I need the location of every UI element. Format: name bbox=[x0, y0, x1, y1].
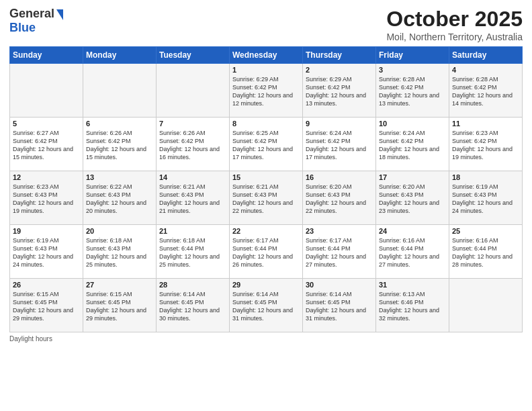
day-info: Sunrise: 6:14 AMSunset: 6:45 PMDaylight:… bbox=[232, 290, 300, 323]
calendar-cell: 17Sunrise: 6:20 AMSunset: 6:43 PMDayligh… bbox=[376, 171, 449, 225]
day-number: 9 bbox=[306, 120, 373, 128]
day-info: Sunrise: 6:22 AMSunset: 6:43 PMDaylight:… bbox=[86, 183, 153, 216]
footer: Daylight hours bbox=[9, 335, 523, 342]
calendar-cell: 1Sunrise: 6:29 AMSunset: 6:42 PMDaylight… bbox=[230, 64, 303, 118]
calendar-cell: 21Sunrise: 6:18 AMSunset: 6:44 PMDayligh… bbox=[157, 225, 230, 279]
calendar-cell: 24Sunrise: 6:16 AMSunset: 6:44 PMDayligh… bbox=[376, 225, 449, 279]
day-number: 10 bbox=[379, 120, 446, 128]
month-title: October 2025 bbox=[386, 7, 523, 32]
logo-triangle-icon bbox=[56, 9, 63, 20]
logo-general: General bbox=[9, 7, 54, 21]
day-info: Sunrise: 6:25 AMSunset: 6:42 PMDaylight:… bbox=[232, 129, 300, 162]
day-number: 23 bbox=[306, 227, 373, 235]
day-info: Sunrise: 6:24 AMSunset: 6:42 PMDaylight:… bbox=[379, 129, 446, 162]
day-info: Sunrise: 6:26 AMSunset: 6:42 PMDaylight:… bbox=[86, 129, 153, 162]
day-number: 6 bbox=[86, 120, 153, 128]
logo-blue: Blue bbox=[9, 21, 36, 35]
day-number: 13 bbox=[86, 173, 153, 181]
weekday-header-tuesday: Tuesday bbox=[157, 47, 230, 64]
calendar-cell: 7Sunrise: 6:26 AMSunset: 6:42 PMDaylight… bbox=[157, 118, 230, 171]
day-number: 2 bbox=[306, 66, 373, 74]
day-info: Sunrise: 6:26 AMSunset: 6:42 PMDaylight:… bbox=[159, 129, 226, 162]
day-number: 28 bbox=[159, 281, 226, 289]
calendar-cell: 28Sunrise: 6:14 AMSunset: 6:45 PMDayligh… bbox=[157, 279, 230, 332]
day-info: Sunrise: 6:20 AMSunset: 6:43 PMDaylight:… bbox=[379, 183, 446, 216]
day-number: 31 bbox=[379, 281, 446, 289]
calendar-cell: 20Sunrise: 6:18 AMSunset: 6:43 PMDayligh… bbox=[83, 225, 157, 279]
day-number: 21 bbox=[159, 227, 226, 235]
weekday-header-friday: Friday bbox=[376, 47, 449, 64]
calendar-cell: 30Sunrise: 6:14 AMSunset: 6:45 PMDayligh… bbox=[303, 279, 376, 332]
calendar-cell bbox=[10, 64, 83, 118]
calendar-cell: 6Sunrise: 6:26 AMSunset: 6:42 PMDaylight… bbox=[83, 118, 157, 171]
calendar-cell: 11Sunrise: 6:23 AMSunset: 6:42 PMDayligh… bbox=[449, 118, 523, 171]
weekday-header-wednesday: Wednesday bbox=[230, 47, 303, 64]
day-number: 22 bbox=[232, 227, 300, 235]
day-number: 8 bbox=[232, 120, 300, 128]
week-row-3: 12Sunrise: 6:23 AMSunset: 6:43 PMDayligh… bbox=[10, 171, 523, 225]
day-number: 30 bbox=[306, 281, 373, 289]
calendar-cell: 3Sunrise: 6:28 AMSunset: 6:42 PMDaylight… bbox=[376, 64, 449, 118]
calendar-cell: 27Sunrise: 6:15 AMSunset: 6:45 PMDayligh… bbox=[83, 279, 157, 332]
day-number: 12 bbox=[13, 173, 80, 181]
day-info: Sunrise: 6:14 AMSunset: 6:45 PMDaylight:… bbox=[159, 290, 226, 323]
calendar-cell: 29Sunrise: 6:14 AMSunset: 6:45 PMDayligh… bbox=[230, 279, 303, 332]
calendar-cell bbox=[157, 64, 230, 118]
day-info: Sunrise: 6:18 AMSunset: 6:44 PMDaylight:… bbox=[159, 236, 226, 269]
day-info: Sunrise: 6:17 AMSunset: 6:44 PMDaylight:… bbox=[306, 236, 373, 269]
calendar-cell: 4Sunrise: 6:28 AMSunset: 6:42 PMDaylight… bbox=[449, 64, 523, 118]
day-info: Sunrise: 6:28 AMSunset: 6:42 PMDaylight:… bbox=[452, 75, 519, 108]
day-number: 3 bbox=[379, 66, 446, 74]
calendar-cell bbox=[83, 64, 157, 118]
day-info: Sunrise: 6:19 AMSunset: 6:43 PMDaylight:… bbox=[13, 236, 80, 269]
day-info: Sunrise: 6:27 AMSunset: 6:42 PMDaylight:… bbox=[13, 129, 80, 162]
day-info: Sunrise: 6:28 AMSunset: 6:42 PMDaylight:… bbox=[379, 75, 446, 108]
calendar-cell: 15Sunrise: 6:21 AMSunset: 6:43 PMDayligh… bbox=[230, 171, 303, 225]
day-info: Sunrise: 6:23 AMSunset: 6:43 PMDaylight:… bbox=[13, 183, 80, 216]
day-info: Sunrise: 6:21 AMSunset: 6:43 PMDaylight:… bbox=[159, 183, 226, 216]
day-number: 1 bbox=[232, 66, 300, 74]
day-number: 16 bbox=[306, 173, 373, 181]
day-number: 18 bbox=[452, 173, 519, 181]
page: General Blue October 2025 Moil, Northern… bbox=[0, 0, 532, 411]
title-area: October 2025 Moil, Northern Territory, A… bbox=[386, 7, 523, 42]
calendar-cell: 10Sunrise: 6:24 AMSunset: 6:42 PMDayligh… bbox=[376, 118, 449, 171]
weekday-header-sunday: Sunday bbox=[10, 47, 83, 64]
daylight-label: Daylight hours bbox=[9, 335, 52, 342]
day-number: 14 bbox=[159, 173, 226, 181]
week-row-5: 26Sunrise: 6:15 AMSunset: 6:45 PMDayligh… bbox=[10, 279, 523, 332]
day-info: Sunrise: 6:16 AMSunset: 6:44 PMDaylight:… bbox=[379, 236, 446, 269]
calendar-cell: 14Sunrise: 6:21 AMSunset: 6:43 PMDayligh… bbox=[157, 171, 230, 225]
day-number: 15 bbox=[232, 173, 300, 181]
week-row-1: 1Sunrise: 6:29 AMSunset: 6:42 PMDaylight… bbox=[10, 64, 523, 118]
calendar-cell: 9Sunrise: 6:24 AMSunset: 6:42 PMDaylight… bbox=[303, 118, 376, 171]
calendar-cell: 18Sunrise: 6:19 AMSunset: 6:43 PMDayligh… bbox=[449, 171, 523, 225]
calendar-cell: 25Sunrise: 6:16 AMSunset: 6:44 PMDayligh… bbox=[449, 225, 523, 279]
day-number: 24 bbox=[379, 227, 446, 235]
day-info: Sunrise: 6:20 AMSunset: 6:43 PMDaylight:… bbox=[306, 183, 373, 216]
calendar-cell: 12Sunrise: 6:23 AMSunset: 6:43 PMDayligh… bbox=[10, 171, 83, 225]
day-number: 17 bbox=[379, 173, 446, 181]
calendar-cell: 2Sunrise: 6:29 AMSunset: 6:42 PMDaylight… bbox=[303, 64, 376, 118]
day-number: 20 bbox=[86, 227, 153, 235]
day-info: Sunrise: 6:29 AMSunset: 6:42 PMDaylight:… bbox=[232, 75, 300, 108]
day-number: 19 bbox=[13, 227, 80, 235]
calendar-cell: 26Sunrise: 6:15 AMSunset: 6:45 PMDayligh… bbox=[10, 279, 83, 332]
day-number: 25 bbox=[452, 227, 519, 235]
day-number: 4 bbox=[452, 66, 519, 74]
week-row-2: 5Sunrise: 6:27 AMSunset: 6:42 PMDaylight… bbox=[10, 118, 523, 171]
calendar: SundayMondayTuesdayWednesdayThursdayFrid… bbox=[9, 46, 523, 332]
day-info: Sunrise: 6:21 AMSunset: 6:43 PMDaylight:… bbox=[232, 183, 300, 216]
day-info: Sunrise: 6:15 AMSunset: 6:45 PMDaylight:… bbox=[13, 290, 80, 323]
day-info: Sunrise: 6:23 AMSunset: 6:42 PMDaylight:… bbox=[452, 129, 519, 162]
weekday-header-monday: Monday bbox=[83, 47, 157, 64]
calendar-cell: 16Sunrise: 6:20 AMSunset: 6:43 PMDayligh… bbox=[303, 171, 376, 225]
logo: General Blue bbox=[9, 7, 63, 35]
day-info: Sunrise: 6:24 AMSunset: 6:42 PMDaylight:… bbox=[306, 129, 373, 162]
day-number: 11 bbox=[452, 120, 519, 128]
day-number: 29 bbox=[232, 281, 300, 289]
calendar-cell: 22Sunrise: 6:17 AMSunset: 6:44 PMDayligh… bbox=[230, 225, 303, 279]
header: General Blue October 2025 Moil, Northern… bbox=[9, 7, 523, 42]
weekday-header-saturday: Saturday bbox=[449, 47, 523, 64]
day-info: Sunrise: 6:14 AMSunset: 6:45 PMDaylight:… bbox=[306, 290, 373, 323]
